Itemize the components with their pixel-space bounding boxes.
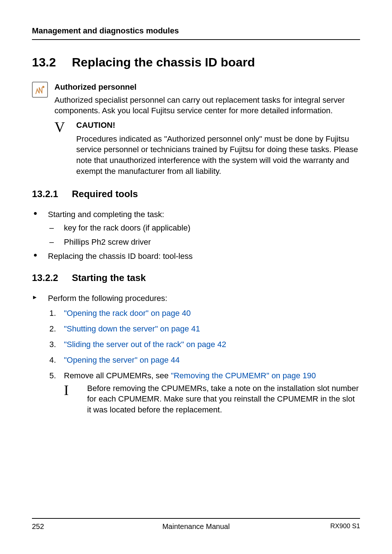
cross-ref-link[interactable]: "Opening the rack door" on page 40 <box>64 309 191 318</box>
header-rule <box>32 39 360 40</box>
list-item: Phillips Ph2 screw driver <box>48 236 360 248</box>
authorized-text: Authorized personnel Authorized speciali… <box>54 82 360 116</box>
personnel-icon <box>32 82 48 98</box>
info-text: Before removing the CPUMEMRs, take a not… <box>87 383 360 415</box>
caution-text: CAUTION! Procedures indicated as "Author… <box>76 120 360 176</box>
info-block: I Before removing the CPUMEMRs, take a n… <box>64 383 360 415</box>
footer-center: Maintenance Manual <box>32 522 360 531</box>
document-page: Management and diagnostics modules 13.2 … <box>0 0 392 554</box>
cross-ref-link[interactable]: "Sliding the server out of the rack" on … <box>64 340 226 349</box>
list-item: Remove all CPUMEMRs, see "Removing the C… <box>48 370 360 415</box>
subsection-number: 13.2.2 <box>32 272 72 284</box>
procedure-list: Perform the following procedures: "Openi… <box>32 292 360 415</box>
section-number: 13.2 <box>32 55 72 69</box>
list-item-text: Starting and completing the task: <box>48 210 164 219</box>
info-icon: I <box>64 383 78 415</box>
caution-title: CAUTION! <box>76 120 360 131</box>
authorized-title: Authorized personnel <box>54 82 360 93</box>
subsection-heading: 13.2.1 Required tools <box>32 188 360 200</box>
list-item: key for the rack doors (if applicable) <box>48 222 360 234</box>
subsection-number: 13.2.1 <box>32 188 72 200</box>
page-footer: 252 Maintenance Manual RX900 S1 <box>32 518 360 531</box>
step-pre-text: Remove all CPUMEMRs, see <box>64 371 171 380</box>
list-item: "Opening the server" on page 44 <box>48 354 360 366</box>
list-item: Starting and completing the task: key fo… <box>32 208 360 248</box>
required-tools-list: Starting and completing the task: key fo… <box>32 208 360 262</box>
caution-block: V CAUTION! Procedures indicated as "Auth… <box>54 120 360 176</box>
caution-body: Procedures indicated as "Authorized pers… <box>76 134 360 177</box>
section-heading: 13.2 Replacing the chassis ID board <box>32 55 360 69</box>
subsection-heading: 13.2.2 Starting the task <box>32 272 360 284</box>
sub-list: key for the rack doors (if applicable) P… <box>48 222 360 248</box>
running-header: Management and diagnostics modules <box>32 26 360 36</box>
footer-rule <box>32 518 360 519</box>
list-item: "Shutting down the server" on page 41 <box>48 323 360 335</box>
subsection-title: Required tools <box>72 188 138 200</box>
list-item: Perform the following procedures: "Openi… <box>32 292 360 415</box>
cross-ref-link[interactable]: "Opening the server" on page 44 <box>64 355 180 364</box>
procedure-lead: Perform the following procedures: <box>48 294 167 303</box>
authorized-block: Authorized personnel Authorized speciali… <box>32 82 360 116</box>
cross-ref-link[interactable]: "Shutting down the server" on page 41 <box>64 324 200 333</box>
list-item: "Sliding the server out of the rack" on … <box>48 338 360 350</box>
caution-icon: V <box>54 120 69 176</box>
authorized-body: Authorized specialist personnel can carr… <box>54 95 360 116</box>
svg-point-0 <box>43 86 44 88</box>
numbered-steps: "Opening the rack door" on page 40 "Shut… <box>48 307 360 415</box>
subsection-title: Starting the task <box>72 272 146 284</box>
list-item: "Opening the rack door" on page 40 <box>48 307 360 319</box>
list-item: Replacing the chassis ID board: tool-les… <box>32 250 360 262</box>
cross-ref-link[interactable]: "Removing the CPUMEMR" on page 190 <box>171 371 316 380</box>
section-title-text: Replacing the chassis ID board <box>72 55 255 69</box>
